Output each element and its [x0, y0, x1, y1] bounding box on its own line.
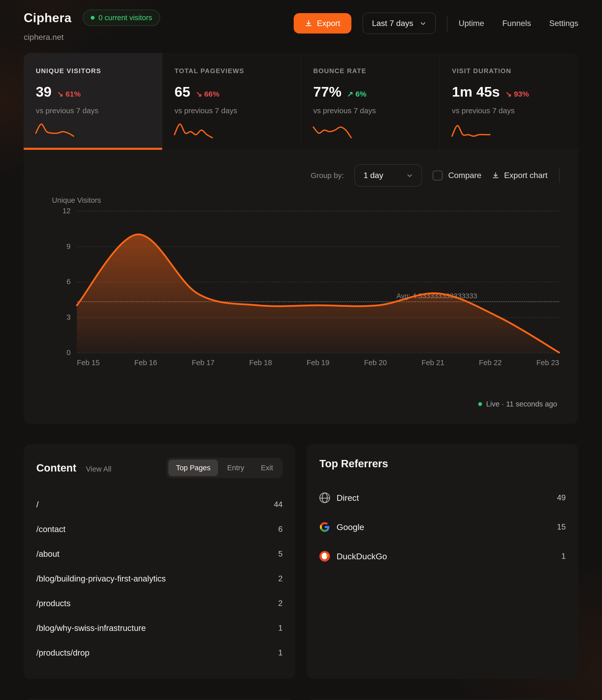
stat-value-row: 39↘ 61% [36, 83, 150, 100]
stat-card-1[interactable]: TOTAL PAGEVIEWS65↘ 66%vs previous 7 days [162, 53, 301, 150]
middle-row: Content View All Top PagesEntryExit /44/… [24, 444, 578, 679]
chart-section: Group by: 1 day Compare Export chart Uni… [24, 150, 578, 424]
page-row[interactable]: /products2 [36, 591, 283, 616]
analytics-panel: UNIQUE VISITORS39↘ 61%vs previous 7 days… [24, 53, 578, 424]
page-count: 44 [274, 500, 283, 509]
content-card: Content View All Top PagesEntryExit /44/… [24, 444, 295, 679]
referrer-name: Google [336, 522, 551, 532]
referrer-row[interactable]: DuckDuckGo1 [319, 543, 566, 569]
content-title: Content [36, 462, 76, 474]
y-tick-label: 9 [40, 242, 71, 250]
x-tick-label: Feb 21 [422, 358, 444, 367]
page-count: 1 [278, 648, 283, 657]
content-tab-exit[interactable]: Exit [253, 460, 281, 476]
globe-icon [319, 493, 330, 503]
google-icon [319, 522, 330, 532]
page-count: 2 [278, 599, 283, 608]
referrers-card: Top Referrers Direct49 Google15DuckDuckG… [307, 444, 578, 679]
page-count: 1 [278, 624, 283, 633]
stat-value: 1m 45s [452, 83, 500, 100]
stat-compare-label: vs previous 7 days [36, 106, 150, 115]
compare-toggle[interactable]: Compare [433, 171, 481, 180]
x-tick-label: Feb 15 [77, 358, 100, 367]
stat-delta: ↘ 93% [505, 90, 529, 98]
referrer-row[interactable]: Google15 [319, 514, 566, 540]
page-row[interactable]: /blog/why-swiss-infrastructure1 [36, 616, 283, 641]
y-tick-label: 0 [40, 349, 71, 357]
referrer-count: 15 [557, 523, 566, 531]
header-divider [447, 16, 448, 31]
group-by-label: Group by: [310, 171, 344, 180]
site-domain: ciphera.net [24, 32, 160, 42]
content-tab-top-pages[interactable]: Top Pages [168, 460, 218, 476]
stat-sparkline [36, 123, 150, 142]
stat-value-row: 77%↗ 6% [313, 83, 428, 100]
page-path: /blog/building-privacy-first-analytics [36, 574, 166, 583]
x-axis-labels: Feb 15Feb 16Feb 17Feb 18Feb 19Feb 20Feb … [77, 358, 559, 367]
x-tick-label: Feb 19 [306, 358, 329, 367]
chart-axis-title: Unique Visitors [52, 196, 101, 204]
page-count: 2 [278, 574, 283, 583]
x-tick-label: Feb 20 [364, 358, 387, 367]
referrers-list: Direct49 Google15DuckDuckGo1 [319, 485, 566, 569]
main-nav: UptimeFunnelsSettings [458, 19, 578, 28]
referrer-count: 1 [561, 552, 566, 561]
top-pages-list: /44/contact6/about5/blog/building-privac… [36, 492, 283, 665]
live-dot-icon [91, 16, 95, 20]
app-title: Ciphera [24, 10, 72, 25]
page-row[interactable]: /contact6 [36, 517, 283, 542]
stat-value: 39 [36, 83, 51, 100]
stat-card-2[interactable]: BOUNCE RATE77%↗ 6%vs previous 7 days [301, 53, 440, 150]
x-tick-label: Feb 16 [134, 358, 157, 367]
nav-link-settings[interactable]: Settings [549, 19, 578, 28]
export-chart-button[interactable]: Export chart [492, 171, 548, 180]
page-count: 6 [278, 525, 283, 534]
stat-label: VISIT DURATION [452, 67, 566, 75]
page-path: /about [36, 549, 59, 559]
stat-delta: ↗ 6% [347, 90, 367, 98]
x-tick-label: Feb 18 [249, 358, 272, 367]
group-by-select[interactable]: 1 day [354, 164, 422, 186]
controls-divider [559, 168, 560, 183]
stat-compare-label: vs previous 7 days [174, 106, 289, 115]
page-row[interactable]: /products/drop1 [36, 641, 283, 665]
stat-delta: ↘ 61% [57, 90, 81, 98]
view-all-link[interactable]: View All [86, 465, 111, 473]
export-button[interactable]: Export [294, 13, 351, 33]
stat-sparkline [174, 123, 289, 142]
page-path: /blog/why-swiss-infrastructure [36, 623, 146, 633]
referrer-row[interactable]: Direct49 [319, 485, 566, 510]
compare-checkbox[interactable] [433, 171, 443, 180]
stat-card-3[interactable]: VISIT DURATION1m 45s↘ 93%vs previous 7 d… [440, 53, 578, 150]
content-tab-entry[interactable]: Entry [220, 460, 252, 476]
page-row[interactable]: /blog/building-privacy-first-analytics2 [36, 566, 283, 591]
chart-plot[interactable]: Avg: 4.333333333333333 [77, 211, 559, 352]
stat-sparkline [313, 123, 428, 142]
stat-label: TOTAL PAGEVIEWS [174, 67, 289, 75]
stat-sparkline [452, 123, 566, 142]
stat-label: UNIQUE VISITORS [36, 67, 150, 75]
header: Ciphera 0 current visitors ciphera.net E… [24, 9, 578, 42]
x-tick-label: Feb 23 [536, 358, 559, 367]
page-row[interactable]: /about5 [36, 542, 283, 566]
stat-label: BOUNCE RATE [313, 67, 428, 75]
technology-card: Technology BrowsersOsDevicesScreens Chro… [307, 699, 578, 700]
page-path: /contact [36, 525, 66, 534]
referrer-name: Direct [336, 493, 551, 503]
current-visitors-badge: 0 current visitors [83, 9, 160, 26]
y-tick-label: 3 [40, 313, 71, 321]
referrers-title: Top Referrers [319, 458, 388, 470]
nav-link-uptime[interactable]: Uptime [458, 19, 484, 28]
date-range-select[interactable]: Last 7 days [362, 12, 436, 34]
x-tick-label: Feb 22 [479, 358, 502, 367]
stat-value: 77% [313, 83, 342, 100]
page-row[interactable]: /44 [36, 492, 283, 517]
download-icon [305, 20, 312, 27]
chart-controls: Group by: 1 day Compare Export chart [40, 164, 562, 186]
nav-link-funnels[interactable]: Funnels [502, 19, 531, 28]
referrer-name: DuckDuckGo [336, 551, 555, 561]
stat-compare-label: vs previous 7 days [313, 106, 428, 115]
stat-delta: ↘ 66% [196, 90, 220, 98]
stat-card-0[interactable]: UNIQUE VISITORS39↘ 61%vs previous 7 days [24, 53, 162, 150]
chevron-down-icon [406, 172, 413, 179]
